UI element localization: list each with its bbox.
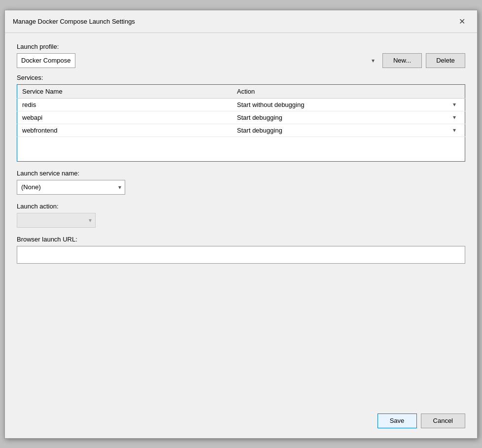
services-table-body: redis Start without debugging Start debu… [17, 98, 465, 161]
dialog-footer: Save Cancel [5, 408, 477, 438]
services-section: Services: Service Name Action redis [17, 74, 465, 162]
cancel-button[interactable]: Cancel [421, 414, 465, 428]
col-header-action: Action [232, 84, 465, 98]
dialog-body: Launch profile: Docker Compose New... De… [5, 33, 477, 408]
action-select-2[interactable]: Start without debugging Start debugging … [237, 127, 460, 134]
empty-cell-right [232, 137, 465, 161]
empty-cell-left [17, 137, 232, 161]
action-select-wrapper-0: Start without debugging Start debugging … [237, 101, 460, 108]
action-cell: Start without debugging Start debugging … [232, 111, 465, 124]
close-button[interactable]: ✕ [454, 14, 469, 29]
browser-url-input[interactable] [17, 246, 465, 264]
launch-profile-select-wrapper: Docker Compose [17, 53, 379, 68]
launch-action-select-wrapper [17, 213, 96, 228]
action-cell: Start without debugging Start debugging … [232, 124, 465, 137]
launch-service-select[interactable]: (None) redis webapi webfrontend [17, 180, 125, 195]
launch-service-name-label: Launch service name: [17, 170, 465, 177]
launch-action-select[interactable] [17, 213, 96, 228]
service-name-cell: webfrontend [17, 124, 232, 137]
save-button[interactable]: Save [378, 414, 417, 428]
delete-button[interactable]: Delete [426, 53, 465, 68]
launch-profile-label: Launch profile: [17, 43, 465, 50]
profile-row: Docker Compose New... Delete [17, 53, 465, 68]
launch-profile-section: Launch profile: Docker Compose New... De… [17, 43, 465, 68]
col-header-service-name: Service Name [17, 84, 232, 98]
browser-url-section: Browser launch URL: [17, 236, 465, 264]
title-bar: Manage Docker Compose Launch Settings ✕ [5, 10, 477, 33]
service-name-cell: redis [17, 98, 232, 111]
table-row: redis Start without debugging Start debu… [17, 98, 465, 111]
action-select-wrapper-2: Start without debugging Start debugging … [237, 127, 460, 134]
launch-action-section: Launch action: [17, 203, 465, 228]
table-row: webfrontend Start without debugging Star… [17, 124, 465, 137]
action-select-wrapper-1: Start without debugging Start debugging … [237, 114, 460, 121]
table-header-row: Service Name Action [17, 84, 465, 98]
new-button[interactable]: New... [382, 53, 422, 68]
launch-action-label: Launch action: [17, 203, 465, 210]
service-name-cell: webapi [17, 111, 232, 124]
launch-service-select-wrapper: (None) redis webapi webfrontend [17, 180, 125, 195]
action-cell: Start without debugging Start debugging … [232, 98, 465, 111]
table-row-empty [17, 137, 465, 161]
services-table: Service Name Action redis Start without … [17, 84, 465, 162]
dialog-title: Manage Docker Compose Launch Settings [13, 18, 135, 25]
launch-service-section: Launch service name: (None) redis webapi… [17, 170, 465, 195]
services-label: Services: [17, 74, 465, 81]
action-select-1[interactable]: Start without debugging Start debugging … [237, 114, 460, 121]
browser-url-label: Browser launch URL: [17, 236, 465, 243]
main-dialog: Manage Docker Compose Launch Settings ✕ … [4, 10, 478, 439]
table-row: webapi Start without debugging Start deb… [17, 111, 465, 124]
action-select-0[interactable]: Start without debugging Start debugging … [237, 101, 460, 108]
launch-profile-select[interactable]: Docker Compose [17, 53, 75, 68]
